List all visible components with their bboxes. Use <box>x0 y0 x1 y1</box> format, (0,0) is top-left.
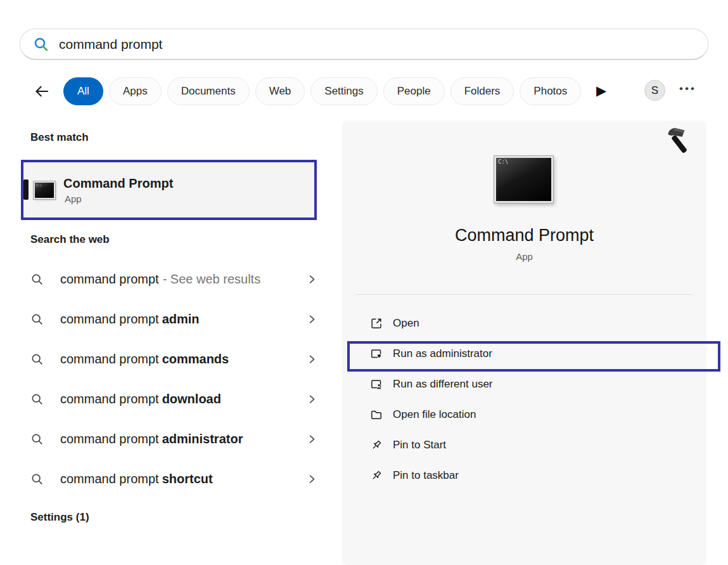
pin-icon <box>370 439 383 451</box>
action-pin-to-taskbar[interactable]: Pin to taskbar <box>342 460 706 491</box>
chevron-right-icon[interactable] <box>306 473 318 485</box>
tab-folders[interactable]: Folders <box>450 77 514 105</box>
tab-photos[interactable]: Photos <box>520 77 581 105</box>
action-open-file-location[interactable]: Open file location <box>342 399 706 430</box>
web-suggestion-row[interactable]: command promptcommands <box>30 339 319 379</box>
tab-documents[interactable]: Documents <box>167 77 250 105</box>
settings-section-heading: Settings (1) <box>30 511 89 524</box>
selection-indicator <box>23 179 29 200</box>
run-user-icon <box>370 378 383 391</box>
tab-all[interactable]: All <box>63 77 103 105</box>
app-title: Command Prompt <box>342 226 706 245</box>
hammer-cursor-icon <box>663 124 694 156</box>
best-match-subtitle: App <box>65 193 173 204</box>
action-run-as-different-user[interactable]: Run as different user <box>342 369 706 399</box>
search-icon <box>30 393 44 406</box>
search-icon <box>30 432 44 446</box>
chevron-right-icon[interactable] <box>306 353 318 365</box>
search-icon <box>30 353 44 366</box>
back-arrow-icon <box>34 83 50 100</box>
chevron-right-icon[interactable] <box>306 313 318 325</box>
search-icon <box>30 273 44 286</box>
command-prompt-icon: C:\ <box>34 181 55 199</box>
web-suggestions-list: command prompt- See web results command … <box>30 259 319 499</box>
chevron-right-icon[interactable] <box>306 273 318 285</box>
search-the-web-heading: Search the web <box>30 233 110 246</box>
web-suggestion-row[interactable]: command promptdownload <box>30 379 319 419</box>
best-match-heading: Best match <box>30 131 89 144</box>
account-avatar[interactable]: S <box>644 80 665 101</box>
web-suggestion-row[interactable]: command promptshortcut <box>30 459 319 499</box>
divider <box>355 294 693 295</box>
web-suggestion-row[interactable]: command prompt- See web results <box>30 259 319 299</box>
chevron-right-icon[interactable] <box>306 433 318 445</box>
app-subtitle: App <box>342 251 706 262</box>
tab-web[interactable]: Web <box>255 77 305 105</box>
best-match-item[interactable]: C:\ Command Prompt App <box>23 162 314 218</box>
action-pin-to-start[interactable]: Pin to Start <box>342 430 706 460</box>
search-icon <box>30 313 44 326</box>
folder-icon <box>370 408 383 421</box>
filter-row: All Apps Documents Web Settings People F… <box>0 76 728 105</box>
tab-apps[interactable]: Apps <box>109 77 162 105</box>
web-suggestion-row[interactable]: command promptadmin <box>30 299 319 339</box>
pin-icon <box>370 469 383 482</box>
search-icon <box>33 36 49 53</box>
back-button[interactable] <box>32 81 52 101</box>
more-filters-icon[interactable]: ▶ <box>596 82 606 100</box>
search-icon <box>30 472 44 486</box>
run-admin-icon <box>370 347 383 360</box>
best-match-title: Command Prompt <box>63 176 173 191</box>
tab-people[interactable]: People <box>383 77 445 105</box>
action-run-as-administrator[interactable]: Run as administrator <box>342 339 706 369</box>
app-actions-list: Open Run as administrator Run as differe… <box>342 308 706 491</box>
annotation-box-best-match: C:\ Command Prompt App <box>21 160 317 220</box>
app-detail-panel: C:\ Command Prompt App Open Run as admin… <box>342 120 706 565</box>
command-prompt-icon: C:\ <box>494 156 553 203</box>
filter-tabs: All Apps Documents Web Settings People F… <box>63 77 581 105</box>
tab-settings[interactable]: Settings <box>310 77 377 105</box>
web-suggestion-row[interactable]: command promptadministrator <box>30 419 319 459</box>
open-icon <box>370 317 383 330</box>
options-ellipsis-button[interactable]: ••• <box>679 82 696 95</box>
chevron-right-icon[interactable] <box>306 393 318 405</box>
search-input[interactable] <box>59 37 695 52</box>
action-open[interactable]: Open <box>342 308 706 339</box>
search-bar <box>20 29 708 60</box>
